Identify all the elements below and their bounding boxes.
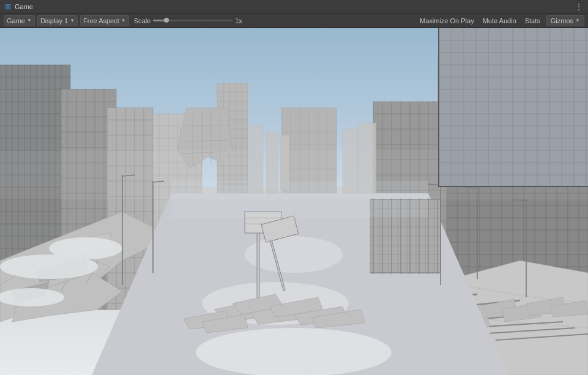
svg-rect-272	[171, 181, 428, 218]
display-chevron-icon: ▼	[70, 18, 75, 23]
scale-label: Scale	[134, 17, 151, 24]
svg-rect-285	[439, 28, 588, 187]
game-chevron-icon: ▼	[27, 18, 32, 23]
gizmos-label: Gizmos	[551, 17, 573, 24]
more-options-icon[interactable]: ⋮	[575, 2, 583, 12]
svg-rect-273	[248, 126, 263, 193]
mute-audio-button[interactable]: Mute Audio	[480, 17, 519, 25]
scale-slider-thumb	[164, 18, 169, 23]
display-dropdown[interactable]: Display 1 ▼	[37, 15, 78, 26]
gizmos-chevron-icon: ▼	[575, 18, 580, 23]
title-bar-title: Game	[15, 3, 33, 10]
svg-rect-275	[280, 135, 289, 190]
aspect-chevron-icon: ▼	[121, 18, 126, 23]
game-viewport: CSDI•@排球场V	[0, 28, 588, 375]
svg-point-196	[49, 237, 122, 259]
game-label: Game	[7, 17, 25, 24]
svg-rect-276	[343, 129, 358, 193]
toolbar-right: Maximize On Play Mute Audio Stats Gizmos…	[417, 15, 584, 26]
svg-point-195	[0, 288, 64, 306]
scale-value: 1x	[235, 17, 247, 24]
scale-slider[interactable]	[153, 20, 233, 21]
watermark: CSDI•@排球场V	[535, 362, 583, 370]
svg-rect-277	[358, 123, 376, 193]
maximize-on-play-button[interactable]: Maximize On Play	[417, 17, 477, 25]
svg-rect-222	[257, 224, 259, 303]
right-panel-preview	[438, 28, 588, 187]
display-label: Display 1	[40, 17, 68, 24]
stats-button[interactable]: Stats	[523, 17, 543, 25]
scene-container: CSDI•@排球场V	[0, 28, 588, 375]
toolbar: Game ▼ Display 1 ▼ Free Aspect ▼ Scale 1…	[0, 13, 588, 28]
aspect-dropdown[interactable]: Free Aspect ▼	[80, 15, 129, 26]
aspect-label: Free Aspect	[83, 17, 119, 24]
scale-slider-container: 1x	[153, 17, 247, 24]
svg-rect-274	[266, 132, 278, 193]
game-icon: ⊞	[5, 2, 11, 11]
svg-point-221	[196, 328, 392, 375]
gizmos-dropdown[interactable]: Gizmos ▼	[546, 15, 584, 26]
game-dropdown[interactable]: Game ▼	[4, 15, 35, 26]
title-bar: ⊞ Game ⋮	[0, 0, 588, 13]
